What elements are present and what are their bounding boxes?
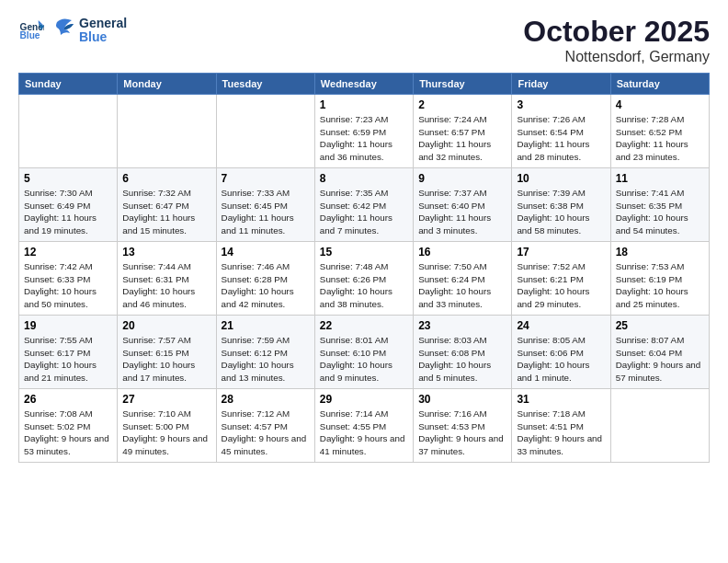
header-sunday: Sunday bbox=[19, 74, 118, 95]
calendar-cell: 28Sunrise: 7:12 AM Sunset: 4:57 PM Dayli… bbox=[216, 389, 314, 463]
day-info: Sunrise: 7:42 AM Sunset: 6:33 PM Dayligh… bbox=[24, 260, 112, 311]
header-monday: Monday bbox=[118, 74, 216, 95]
logo: General Blue General Blue bbox=[18, 15, 127, 46]
day-number: 20 bbox=[122, 319, 210, 332]
day-info: Sunrise: 7:23 AM Sunset: 6:59 PM Dayligh… bbox=[320, 113, 408, 164]
svg-text:Blue: Blue bbox=[20, 30, 40, 40]
calendar-cell: 16Sunrise: 7:50 AM Sunset: 6:24 PM Dayli… bbox=[414, 242, 512, 316]
calendar-cell: 19Sunrise: 7:55 AM Sunset: 6:17 PM Dayli… bbox=[19, 316, 118, 389]
day-number: 4 bbox=[616, 98, 704, 111]
day-info: Sunrise: 7:59 AM Sunset: 6:12 PM Dayligh… bbox=[222, 334, 310, 385]
day-number: 29 bbox=[320, 393, 408, 406]
calendar-cell: 6Sunrise: 7:32 AM Sunset: 6:47 PM Daylig… bbox=[118, 168, 216, 242]
day-number: 30 bbox=[418, 393, 506, 406]
calendar-cell bbox=[216, 95, 314, 168]
calendar-cell: 26Sunrise: 7:08 AM Sunset: 5:02 PM Dayli… bbox=[19, 389, 118, 463]
day-info: Sunrise: 7:57 AM Sunset: 6:15 PM Dayligh… bbox=[122, 334, 210, 385]
day-info: Sunrise: 7:26 AM Sunset: 6:54 PM Dayligh… bbox=[517, 113, 605, 164]
day-number: 18 bbox=[616, 246, 704, 259]
day-info: Sunrise: 7:53 AM Sunset: 6:19 PM Dayligh… bbox=[616, 260, 704, 311]
day-number: 1 bbox=[320, 98, 408, 111]
day-info: Sunrise: 8:07 AM Sunset: 6:04 PM Dayligh… bbox=[616, 334, 704, 385]
calendar-cell: 13Sunrise: 7:44 AM Sunset: 6:31 PM Dayli… bbox=[118, 242, 216, 316]
day-number: 7 bbox=[222, 172, 310, 185]
calendar-table: SundayMondayTuesdayWednesdayThursdayFrid… bbox=[18, 73, 710, 463]
calendar-week-row: 12Sunrise: 7:42 AM Sunset: 6:33 PM Dayli… bbox=[19, 242, 710, 316]
calendar-cell bbox=[610, 389, 709, 463]
header-friday: Friday bbox=[512, 74, 610, 95]
header-wednesday: Wednesday bbox=[314, 74, 413, 95]
calendar-cell: 22Sunrise: 8:01 AM Sunset: 6:10 PM Dayli… bbox=[314, 316, 413, 389]
calendar-cell: 5Sunrise: 7:30 AM Sunset: 6:49 PM Daylig… bbox=[19, 168, 118, 242]
day-number: 17 bbox=[517, 246, 605, 259]
day-info: Sunrise: 7:35 AM Sunset: 6:42 PM Dayligh… bbox=[320, 187, 408, 237]
day-info: Sunrise: 7:14 AM Sunset: 4:55 PM Dayligh… bbox=[320, 408, 408, 458]
calendar-cell: 3Sunrise: 7:26 AM Sunset: 6:54 PM Daylig… bbox=[512, 95, 610, 168]
day-number: 21 bbox=[222, 319, 310, 332]
calendar-cell: 31Sunrise: 7:18 AM Sunset: 4:51 PM Dayli… bbox=[512, 389, 610, 463]
day-info: Sunrise: 7:08 AM Sunset: 5:02 PM Dayligh… bbox=[24, 408, 112, 458]
day-number: 31 bbox=[517, 393, 605, 406]
calendar-cell: 29Sunrise: 7:14 AM Sunset: 4:55 PM Dayli… bbox=[314, 389, 413, 463]
header-tuesday: Tuesday bbox=[216, 74, 314, 95]
calendar-cell: 7Sunrise: 7:33 AM Sunset: 6:45 PM Daylig… bbox=[216, 168, 314, 242]
day-info: Sunrise: 7:32 AM Sunset: 6:47 PM Dayligh… bbox=[122, 187, 210, 237]
day-number: 5 bbox=[24, 172, 112, 185]
calendar-cell: 11Sunrise: 7:41 AM Sunset: 6:35 PM Dayli… bbox=[610, 168, 709, 242]
day-info: Sunrise: 8:01 AM Sunset: 6:10 PM Dayligh… bbox=[320, 334, 408, 385]
day-info: Sunrise: 7:52 AM Sunset: 6:21 PM Dayligh… bbox=[517, 260, 605, 311]
header-thursday: Thursday bbox=[414, 74, 512, 95]
day-number: 12 bbox=[24, 246, 112, 259]
day-info: Sunrise: 7:50 AM Sunset: 6:24 PM Dayligh… bbox=[418, 260, 506, 311]
day-number: 2 bbox=[418, 98, 506, 111]
day-info: Sunrise: 7:10 AM Sunset: 5:00 PM Dayligh… bbox=[122, 408, 210, 458]
calendar-cell: 14Sunrise: 7:46 AM Sunset: 6:28 PM Dayli… bbox=[216, 242, 314, 316]
day-number: 19 bbox=[24, 319, 112, 332]
day-number: 3 bbox=[517, 98, 605, 111]
day-number: 10 bbox=[517, 172, 605, 185]
day-info: Sunrise: 7:28 AM Sunset: 6:52 PM Dayligh… bbox=[616, 113, 704, 164]
day-info: Sunrise: 7:55 AM Sunset: 6:17 PM Dayligh… bbox=[24, 334, 112, 385]
calendar-cell: 21Sunrise: 7:59 AM Sunset: 6:12 PM Dayli… bbox=[216, 316, 314, 389]
calendar-cell: 24Sunrise: 8:05 AM Sunset: 6:06 PM Dayli… bbox=[512, 316, 610, 389]
day-number: 6 bbox=[122, 172, 210, 185]
calendar-cell: 10Sunrise: 7:39 AM Sunset: 6:38 PM Dayli… bbox=[512, 168, 610, 242]
calendar-cell: 27Sunrise: 7:10 AM Sunset: 5:00 PM Dayli… bbox=[118, 389, 216, 463]
day-number: 13 bbox=[122, 246, 210, 259]
day-number: 9 bbox=[418, 172, 506, 185]
logo-bird-icon bbox=[48, 15, 77, 46]
calendar-week-row: 1Sunrise: 7:23 AM Sunset: 6:59 PM Daylig… bbox=[19, 95, 710, 168]
day-number: 11 bbox=[616, 172, 704, 185]
day-number: 23 bbox=[418, 319, 506, 332]
day-number: 14 bbox=[222, 246, 310, 259]
day-info: Sunrise: 7:18 AM Sunset: 4:51 PM Dayligh… bbox=[517, 408, 605, 458]
day-number: 26 bbox=[24, 393, 112, 406]
calendar-title: October 2025 bbox=[523, 15, 710, 49]
calendar-week-row: 26Sunrise: 7:08 AM Sunset: 5:02 PM Dayli… bbox=[19, 389, 710, 463]
day-info: Sunrise: 8:05 AM Sunset: 6:06 PM Dayligh… bbox=[517, 334, 605, 385]
day-number: 22 bbox=[320, 319, 408, 332]
title-block: October 2025 Nottensdorf, Germany bbox=[523, 15, 710, 65]
day-number: 28 bbox=[222, 393, 310, 406]
day-info: Sunrise: 7:24 AM Sunset: 6:57 PM Dayligh… bbox=[418, 113, 506, 164]
day-info: Sunrise: 8:03 AM Sunset: 6:08 PM Dayligh… bbox=[418, 334, 506, 385]
calendar-cell: 23Sunrise: 8:03 AM Sunset: 6:08 PM Dayli… bbox=[414, 316, 512, 389]
day-number: 16 bbox=[418, 246, 506, 259]
logo-text-line2: Blue bbox=[79, 30, 127, 44]
calendar-cell: 20Sunrise: 7:57 AM Sunset: 6:15 PM Dayli… bbox=[118, 316, 216, 389]
day-number: 25 bbox=[616, 319, 704, 332]
calendar-cell: 4Sunrise: 7:28 AM Sunset: 6:52 PM Daylig… bbox=[610, 95, 709, 168]
day-number: 24 bbox=[517, 319, 605, 332]
calendar-cell: 9Sunrise: 7:37 AM Sunset: 6:40 PM Daylig… bbox=[414, 168, 512, 242]
logo-text-line1: General bbox=[79, 17, 127, 30]
day-number: 8 bbox=[320, 172, 408, 185]
calendar-cell: 1Sunrise: 7:23 AM Sunset: 6:59 PM Daylig… bbox=[314, 95, 413, 168]
day-info: Sunrise: 7:48 AM Sunset: 6:26 PM Dayligh… bbox=[320, 260, 408, 311]
day-info: Sunrise: 7:12 AM Sunset: 4:57 PM Dayligh… bbox=[222, 408, 310, 458]
day-info: Sunrise: 7:33 AM Sunset: 6:45 PM Dayligh… bbox=[222, 187, 310, 237]
header-saturday: Saturday bbox=[610, 74, 709, 95]
calendar-header-row: SundayMondayTuesdayWednesdayThursdayFrid… bbox=[19, 74, 710, 95]
logo-icon: General Blue bbox=[18, 17, 44, 43]
calendar-cell: 2Sunrise: 7:24 AM Sunset: 6:57 PM Daylig… bbox=[414, 95, 512, 168]
day-info: Sunrise: 7:44 AM Sunset: 6:31 PM Dayligh… bbox=[122, 260, 210, 311]
